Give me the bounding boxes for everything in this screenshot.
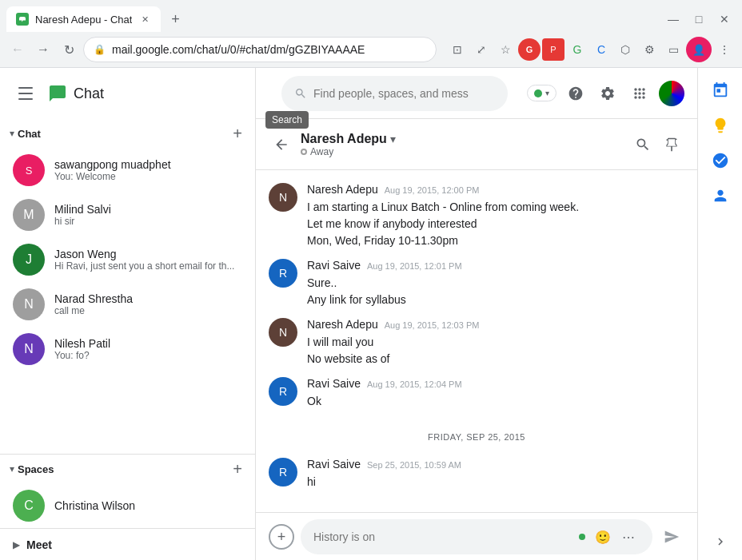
close-window-button[interactable]: ✕: [713, 8, 736, 30]
chat-name: Jason Weng: [54, 248, 242, 260]
status-dropdown[interactable]: ▾: [527, 85, 556, 101]
sender-name: Ravi Saive: [307, 259, 361, 272]
message-text: hi: [307, 474, 684, 490]
status-indicator: [534, 89, 542, 97]
chat-search-button[interactable]: [630, 132, 656, 157]
hamburger-button[interactable]: [13, 81, 38, 106]
meet-header[interactable]: ▶ Meet: [13, 538, 242, 551]
message-text: I will mail you: [307, 334, 684, 351]
chat-item[interactable]: S sawangpong muadphet You: Welcome: [0, 148, 255, 193]
avatar: J: [13, 244, 45, 276]
message-time: Aug 19, 2015, 12:03 PM: [385, 320, 480, 330]
message-text: Mon, Wed, Friday 10-11.30pm: [307, 232, 684, 249]
chat-item[interactable]: M Milind Salvi hi sir: [0, 193, 255, 237]
chat-info: Christina Wilson: [54, 499, 242, 512]
messages-area: N Naresh Adepu Aug 19, 2015, 12:00 PM I …: [256, 170, 697, 512]
chat-preview: You: fo?: [54, 350, 242, 361]
calendar-icon-button[interactable]: [704, 74, 736, 106]
chat-chevron-icon: ▾: [10, 128, 14, 139]
emoji-button[interactable]: 🙂: [592, 526, 614, 548]
add-chat-button[interactable]: +: [226, 122, 249, 145]
split-screen-icon[interactable]: ▭: [662, 38, 684, 61]
minimize-button[interactable]: —: [662, 8, 684, 30]
more-options-button[interactable]: ⋯: [617, 526, 640, 548]
active-tab[interactable]: Naresh Adepu - Chat ✕: [6, 6, 161, 32]
message-group: R Ravi Saive Aug 19, 2015, 12:01 PM Sure…: [269, 259, 684, 308]
sidebar-header: Chat: [0, 68, 255, 119]
input-actions: 🙂 ⋯: [592, 526, 640, 548]
avatar: S: [13, 154, 45, 186]
sender-name: Ravi Saive: [307, 458, 361, 471]
message-input[interactable]: [313, 530, 572, 543]
chat-item[interactable]: J Jason Weng Hi Ravi, just sent you a sh…: [0, 237, 255, 282]
contacts-icon-button[interactable]: [704, 180, 736, 212]
keep-notes-icon-button[interactable]: [704, 109, 736, 141]
message-content: Ravi Saive Aug 19, 2015, 12:01 PM Sure..…: [307, 259, 684, 308]
space-item[interactable]: C Christina Wilson: [0, 483, 255, 528]
message-content: Ravi Saive Sep 25, 2015, 10:59 AM hi: [307, 458, 684, 490]
user-profile-avatar[interactable]: [659, 81, 684, 106]
global-search-bar[interactable]: Search: [281, 76, 508, 111]
tab-bar: Naresh Adepu - Chat ✕ + — □ ✕: [0, 0, 742, 32]
ext-2-icon[interactable]: P: [542, 38, 564, 61]
address-bar[interactable]: 🔒 mail.google.com/chat/u/0/#chat/dm/gGZB…: [83, 37, 437, 62]
message-group: N Naresh Adepu Aug 19, 2015, 12:03 PM I …: [269, 318, 684, 367]
tab-title: Naresh Adepu - Chat: [35, 14, 132, 26]
message-text: Sure..: [307, 275, 684, 292]
message-avatar: R: [269, 377, 297, 406]
message-text: Any link for syllabus: [307, 292, 684, 308]
main-content: Search ▾: [256, 68, 697, 560]
chat-name: sawangpong muadphet: [54, 158, 242, 171]
back-button[interactable]: ←: [6, 38, 29, 61]
add-space-button[interactable]: +: [226, 458, 249, 480]
extensions-icon[interactable]: ⚙: [638, 38, 660, 61]
contact-expand-icon[interactable]: ▾: [390, 133, 396, 145]
menu-icon[interactable]: ⋮: [713, 38, 736, 61]
forward-button[interactable]: →: [32, 38, 54, 61]
tab-close-button[interactable]: ✕: [138, 13, 151, 26]
message-header: Ravi Saive Aug 19, 2015, 12:01 PM: [307, 259, 684, 272]
spaces-section: ▾ Spaces + C Christina Wilson: [0, 454, 255, 528]
pin-button[interactable]: [659, 132, 684, 157]
chat-info: Jason Weng Hi Ravi, just sent you a shor…: [54, 248, 242, 272]
ext-1-icon[interactable]: G: [518, 38, 541, 61]
sender-name: Ravi Saive: [307, 377, 361, 390]
back-button[interactable]: [269, 132, 294, 157]
bookmark-icon[interactable]: ☆: [494, 38, 517, 61]
top-bar: Search ▾: [256, 68, 697, 119]
chat-info: Narad Shrestha call me: [54, 292, 242, 316]
chat-item[interactable]: N Narad Shrestha call me: [0, 282, 255, 327]
tasks-icon-button[interactable]: [704, 145, 736, 177]
browser-user-avatar[interactable]: 👤: [686, 37, 712, 62]
ext-5-icon[interactable]: ⬡: [614, 38, 636, 61]
reload-button[interactable]: ↻: [58, 38, 80, 61]
cast-icon[interactable]: ⊡: [446, 38, 469, 61]
send-button[interactable]: [659, 524, 684, 550]
expand-panel-button[interactable]: [704, 529, 736, 554]
spaces-chevron-icon: ▾: [10, 463, 14, 475]
message-header: Ravi Saive Aug 19, 2015, 12:04 PM: [307, 377, 684, 390]
dropdown-arrow: ▾: [545, 89, 549, 97]
ext-4-icon[interactable]: C: [590, 38, 612, 61]
message-content: Ravi Saive Aug 19, 2015, 12:04 PM Ok: [307, 377, 684, 410]
add-attachment-button[interactable]: +: [269, 524, 294, 550]
apps-button[interactable]: [627, 81, 652, 106]
spaces-section-header[interactable]: ▾ Spaces +: [0, 455, 255, 483]
new-tab-button[interactable]: +: [164, 8, 186, 30]
browser-chrome: Naresh Adepu - Chat ✕ + — □ ✕ ← → ↻ 🔒 ma…: [0, 0, 742, 68]
chat-section-header[interactable]: ▾ Chat +: [0, 119, 255, 148]
help-button[interactable]: [563, 81, 588, 106]
chat-name: Nilesh Patil: [54, 337, 242, 350]
settings-button[interactable]: [595, 81, 620, 106]
ext-3-icon[interactable]: G: [566, 38, 588, 61]
search-input[interactable]: [313, 87, 495, 100]
message-avatar: N: [269, 183, 297, 212]
maximize-button[interactable]: □: [688, 8, 710, 30]
chat-item[interactable]: N Nilesh Patil You: fo?: [0, 327, 255, 371]
meet-section[interactable]: ▶ Meet: [0, 528, 255, 560]
message-content: Naresh Adepu Aug 19, 2015, 12:00 PM I am…: [307, 183, 684, 249]
contact-status-text: Away: [310, 146, 333, 157]
share-icon[interactable]: ⤢: [470, 38, 493, 61]
date-divider: FRIDAY, SEP 25, 2015: [269, 432, 684, 442]
avatar: N: [13, 333, 45, 365]
